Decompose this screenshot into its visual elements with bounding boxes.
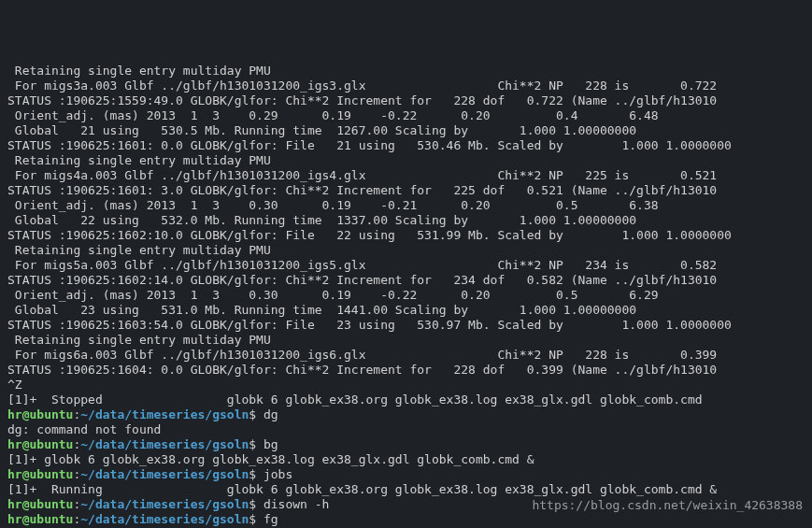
output-line: Orient_adj. (mas) 2013 1 3 0.29 0.19 -0.… [7,108,659,122]
output-line: STATUS :190625:1601: 0.0 GLOBK/glfor: Fi… [7,138,732,152]
command-input[interactable]: fg [264,512,278,526]
prompt-dollar: $ [249,467,264,481]
output-line: For migs5a.003 Glbf ../glbf/h1301031200_… [7,258,717,272]
output-line: [1]+ globk 6 globk_ex38.org globk_ex38.l… [7,452,534,466]
prompt-dollar: $ [249,512,264,526]
prompt-dollar: $ [249,497,264,511]
output-line: STATUS :190625:1602:10.0 GLOBK/glfor: Fi… [7,228,732,242]
prompt-user: hr@ubuntu [7,437,73,451]
output-line: Retaining single entry multiday PMU [7,64,271,78]
prompt-path: ~/data/timeseries/gsoln [80,437,249,451]
output-line: [1]+ Stopped globk 6 globk_ex38.org glob… [7,392,703,407]
prompt-user: hr@ubuntu [7,512,73,526]
output-line: Retaining single entry multiday PMU [7,333,271,347]
output-line: Global 22 using 532.0 Mb. Running time 1… [7,213,636,227]
prompt-path: ~/data/timeseries/gsoln [80,512,249,526]
output-line: Orient_adj. (mas) 2013 1 3 0.30 0.19 -0.… [7,198,659,212]
prompt-user: hr@ubuntu [7,497,73,511]
prompt-dollar: $ [249,437,264,451]
prompt-path: ~/data/timeseries/gsoln [80,467,249,481]
output-line: dg: command not found [7,422,161,436]
command-input[interactable]: dg [264,407,278,421]
output-line: STATUS :190625:1602:14.0 GLOBK/glfor: Ch… [7,273,717,287]
command-input[interactable]: bg [264,437,278,451]
terminal-output[interactable]: Retaining single entry multiday PMU For … [7,64,805,528]
output-line: STATUS :190625:1559:49.0 GLOBK/glfor: Ch… [7,93,717,107]
output-line: Global 23 using 531.0 Mb. Running time 1… [7,303,636,317]
prompt-user: hr@ubuntu [7,407,73,421]
output-line: For migs3a.003 Glbf ../glbf/h1301031200_… [7,78,717,93]
output-line: For migs4a.003 Glbf ../glbf/h1301031200_… [7,168,717,182]
output-line: Retaining single entry multiday PMU [7,153,271,167]
output-line: Orient_adj. (mas) 2013 1 3 0.30 0.19 -0.… [7,288,659,302]
output-line: STATUS :190625:1601: 3.0 GLOBK/glfor: Ch… [7,183,717,197]
command-input[interactable]: disown -h [264,497,329,511]
prompt-dollar: $ [249,407,264,421]
prompt-user: hr@ubuntu [7,467,73,481]
output-line: ^Z [7,378,22,392]
watermark-text: https://blog.csdn.net/weixin_42638388 [532,498,803,513]
output-line: For migs6a.003 Glbf ../glbf/h1301031200_… [7,348,717,362]
output-line: Retaining single entry multiday PMU [7,243,271,257]
command-input[interactable]: jobs [264,467,292,481]
prompt-path: ~/data/timeseries/gsoln [80,497,249,511]
output-line: STATUS :190625:1604: 0.0 GLOBK/glfor: Ch… [7,363,717,377]
output-line: STATUS :190625:1603:54.0 GLOBK/glfor: Fi… [7,318,732,332]
output-line: Global 21 using 530.5 Mb. Running time 1… [7,123,636,137]
prompt-path: ~/data/timeseries/gsoln [80,407,249,421]
output-line: [1]+ Running globk 6 globk_ex38.org glob… [7,482,717,496]
